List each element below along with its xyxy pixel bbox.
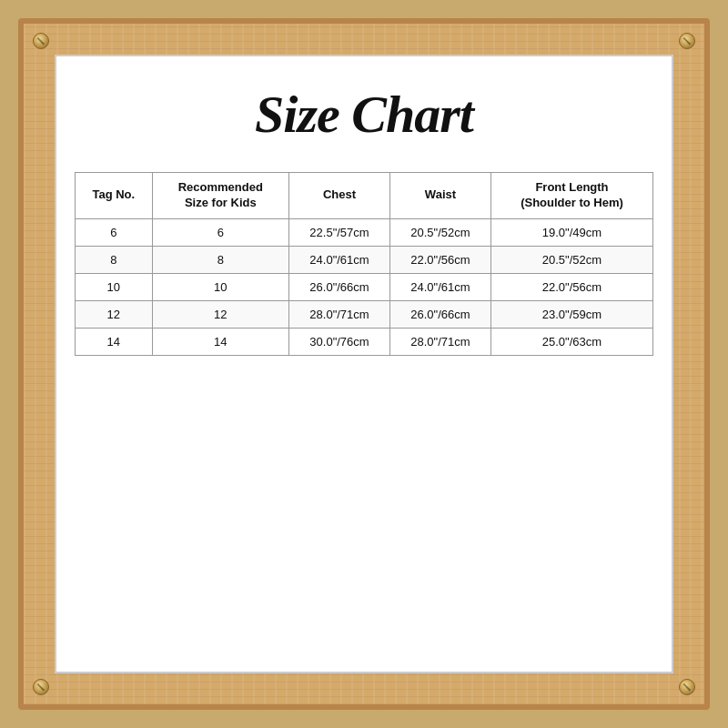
screw-top-left: [33, 33, 49, 49]
cell-length: 22.0"/56cm: [490, 273, 652, 300]
size-chart-table: Tag No. RecommendedSize for Kids Chest W…: [75, 172, 653, 356]
cell-length: 20.5"/52cm: [490, 246, 652, 273]
cell-length: 25.0"/63cm: [490, 328, 652, 355]
table-row: 8 8 24.0"/61cm 22.0"/56cm 20.5"/52cm: [76, 246, 653, 273]
cell-tag: 12: [76, 300, 153, 328]
cell-chest: 24.0"/61cm: [289, 246, 390, 273]
page-title: Size Chart: [255, 84, 473, 145]
table-row: 10 10 26.0"/66cm 24.0"/61cm 22.0"/56cm: [76, 273, 653, 300]
cell-tag: 10: [76, 273, 153, 300]
screw-bottom-right: [679, 679, 695, 695]
cell-waist: 20.5"/52cm: [389, 218, 490, 246]
cell-chest: 22.5"/57cm: [289, 218, 390, 246]
cell-size: 8: [152, 246, 288, 273]
cell-size: 14: [152, 328, 288, 355]
table-row: 6 6 22.5"/57cm 20.5"/52cm 19.0"/49cm: [76, 218, 653, 246]
cell-chest: 26.0"/66cm: [289, 273, 390, 300]
content-area: Size Chart Tag No. RecommendedSize for K…: [55, 55, 673, 673]
cell-length: 19.0"/49cm: [490, 218, 652, 246]
cell-chest: 28.0"/71cm: [289, 300, 390, 328]
cell-waist: 22.0"/56cm: [389, 246, 490, 273]
col-header-tag: Tag No.: [76, 173, 153, 219]
cell-length: 23.0"/59cm: [490, 300, 652, 328]
table-header-row: Tag No. RecommendedSize for Kids Chest W…: [76, 173, 653, 219]
table-row: 12 12 28.0"/71cm 26.0"/66cm 23.0"/59cm: [76, 300, 653, 328]
table-row: 14 14 30.0"/76cm 28.0"/71cm 25.0"/63cm: [76, 328, 653, 355]
cell-size: 10: [152, 273, 288, 300]
col-header-length: Front Length(Shoulder to Hem): [490, 173, 652, 219]
cell-tag: 6: [76, 218, 153, 246]
screw-bottom-left: [33, 679, 49, 695]
cell-waist: 28.0"/71cm: [389, 328, 490, 355]
col-header-waist: Waist: [389, 173, 490, 219]
cell-size: 12: [152, 300, 288, 328]
screw-top-right: [679, 33, 695, 49]
col-header-chest: Chest: [289, 173, 390, 219]
wooden-frame: Size Chart Tag No. RecommendedSize for K…: [18, 18, 710, 710]
cell-waist: 26.0"/66cm: [389, 300, 490, 328]
cell-waist: 24.0"/61cm: [389, 273, 490, 300]
cell-chest: 30.0"/76cm: [289, 328, 390, 355]
col-header-size: RecommendedSize for Kids: [152, 173, 288, 219]
cell-size: 6: [152, 218, 288, 246]
cell-tag: 8: [76, 246, 153, 273]
cell-tag: 14: [76, 328, 153, 355]
